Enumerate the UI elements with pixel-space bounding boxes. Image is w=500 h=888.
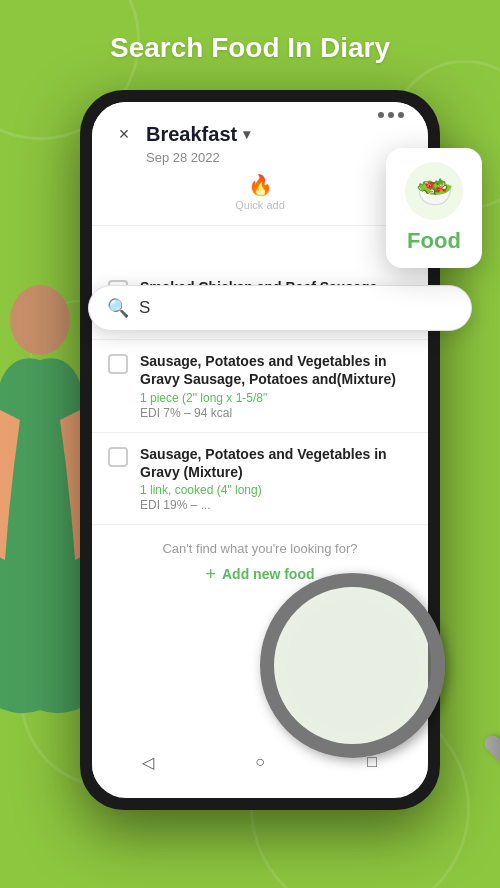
search-icon: 🔍: [107, 297, 129, 319]
status-dot-1: [378, 112, 384, 118]
food-name-3: Sausage, Potatoes and Vegetables in Grav…: [140, 445, 412, 481]
add-new-food-label: Add new food: [222, 566, 315, 582]
food-name-2: Sausage, Potatoes and Vegetables in Grav…: [140, 352, 412, 388]
nav-bar: ◁ ○ □: [92, 742, 428, 782]
food-item-2[interactable]: Sausage, Potatoes and Vegetables in Grav…: [92, 340, 428, 432]
food-detail-3: 1 link, cooked (4" long): [140, 483, 412, 497]
food-checkbox-2[interactable]: [108, 354, 128, 374]
nav-home-button[interactable]: ○: [248, 750, 272, 774]
app-header-top: × Breakfast ▾: [112, 122, 408, 146]
search-bar[interactable]: 🔍 S: [88, 285, 472, 331]
header-divider: [92, 225, 428, 226]
page-title: Search Food In Diary: [0, 32, 500, 64]
nav-app-button[interactable]: □: [360, 750, 384, 774]
nav-back-button[interactable]: ◁: [136, 750, 160, 774]
meal-title: Breakfast ▾: [146, 123, 250, 146]
food-popup-label: Food: [407, 228, 461, 254]
quick-add-area: 🔥 Quick add: [112, 165, 408, 215]
food-bowl-icon: 🥗: [405, 162, 463, 220]
food-detail-2: 1 piece (2" long x 1-5/8": [140, 391, 412, 405]
plus-icon: +: [205, 564, 216, 585]
meal-name: Breakfast: [146, 123, 237, 146]
svg-point-0: [10, 285, 70, 355]
food-item-3[interactable]: Sausage, Potatoes and Vegetables in Grav…: [92, 433, 428, 525]
search-bar-container: 🔍 S: [88, 285, 472, 331]
food-edi-2: EDI 7% – 94 kcal: [140, 406, 412, 420]
food-checkbox-3[interactable]: [108, 447, 128, 467]
phone-screen: × Breakfast ▾ Sep 28 2022 🔥 Quick add: [92, 102, 428, 798]
status-dot-2: [388, 112, 394, 118]
food-info-3: Sausage, Potatoes and Vegetables in Grav…: [140, 445, 412, 512]
status-dot-3: [398, 112, 404, 118]
cant-find-section: Can't find what you're looking for? + Ad…: [92, 525, 428, 601]
status-bar: [378, 112, 404, 118]
cant-find-text: Can't find what you're looking for?: [108, 541, 412, 556]
app-header: × Breakfast ▾ Sep 28 2022 🔥 Quick add: [92, 102, 428, 225]
quick-add-label[interactable]: Quick add: [235, 199, 285, 211]
dropdown-arrow-icon[interactable]: ▾: [243, 126, 250, 142]
flame-icon: 🔥: [248, 173, 273, 197]
add-new-food-button[interactable]: + Add new food: [108, 564, 412, 585]
food-info-2: Sausage, Potatoes and Vegetables in Grav…: [140, 352, 412, 419]
search-input-value[interactable]: S: [139, 298, 150, 318]
app-date: Sep 28 2022: [146, 150, 408, 165]
food-popup-card: 🥗 Food: [386, 148, 482, 268]
food-edi-3: EDI 19% – ...: [140, 498, 412, 512]
close-button[interactable]: ×: [112, 122, 136, 146]
